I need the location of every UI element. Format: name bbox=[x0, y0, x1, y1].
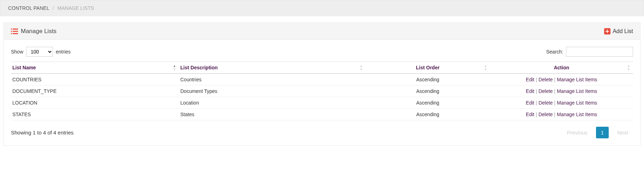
action-separator: | bbox=[553, 88, 557, 94]
panel-heading: Manage Lists Add List bbox=[4, 23, 640, 40]
cell-list-order: Ascending bbox=[366, 74, 490, 86]
action-separator: | bbox=[553, 112, 557, 117]
cell-action: Edit|Delete|Manage List Items bbox=[490, 109, 633, 120]
search-label: Search: bbox=[546, 49, 563, 55]
action-separator: | bbox=[534, 100, 538, 106]
col-list-description-label: List Description bbox=[180, 65, 218, 70]
action-separator: | bbox=[534, 77, 538, 82]
col-list-description[interactable]: List Description ▲▼ bbox=[179, 62, 366, 74]
sort-icon: ▲▼ bbox=[173, 64, 176, 71]
action-separator: | bbox=[553, 77, 557, 82]
filter-control: Search: bbox=[546, 47, 633, 57]
panel-title: Manage Lists bbox=[21, 28, 56, 35]
svg-rect-3 bbox=[13, 31, 18, 32]
action-delete[interactable]: Delete bbox=[538, 100, 553, 106]
cell-list-description: States bbox=[179, 109, 366, 120]
datatable-info: Showing 1 to 4 of 4 entries bbox=[11, 130, 74, 136]
action-separator: | bbox=[553, 100, 557, 106]
action-manage-list-items[interactable]: Manage List Items bbox=[557, 77, 597, 82]
cell-list-name: STATES bbox=[11, 109, 179, 120]
action-edit[interactable]: Edit bbox=[526, 112, 534, 117]
table-row: STATESStatesAscendingEdit|Delete|Manage … bbox=[11, 109, 633, 120]
cell-action: Edit|Delete|Manage List Items bbox=[490, 97, 633, 109]
svg-rect-1 bbox=[13, 29, 18, 30]
add-list-button[interactable]: Add List bbox=[604, 28, 633, 34]
action-manage-list-items[interactable]: Manage List Items bbox=[557, 100, 597, 106]
col-action-label: Action bbox=[554, 65, 569, 70]
add-list-label: Add List bbox=[613, 28, 633, 34]
manage-lists-panel: Manage Lists Add List Show 100 bbox=[4, 23, 640, 146]
action-delete[interactable]: Delete bbox=[538, 77, 553, 82]
action-delete[interactable]: Delete bbox=[538, 88, 553, 94]
breadcrumb: CONTROL PANEL / MANAGE LISTS bbox=[0, 0, 644, 16]
cell-list-description: Countries bbox=[179, 74, 366, 86]
length-show-label: Show bbox=[11, 49, 23, 55]
svg-rect-5 bbox=[13, 33, 18, 34]
action-separator: | bbox=[534, 112, 538, 117]
cell-list-name: DOCUMENT_TYPE bbox=[11, 86, 179, 97]
action-separator: | bbox=[534, 88, 538, 94]
search-input[interactable] bbox=[566, 47, 633, 57]
cell-action: Edit|Delete|Manage List Items bbox=[490, 86, 633, 97]
action-manage-list-items[interactable]: Manage List Items bbox=[557, 88, 597, 94]
cell-list-description: Location bbox=[179, 97, 366, 109]
pagination-page-1[interactable]: 1 bbox=[596, 127, 609, 138]
plus-square-icon bbox=[604, 28, 610, 34]
pagination-next[interactable]: Next bbox=[612, 127, 633, 138]
action-edit[interactable]: Edit bbox=[526, 88, 534, 94]
col-list-order[interactable]: List Order ▲▼ bbox=[366, 62, 490, 74]
svg-rect-8 bbox=[606, 31, 609, 32]
length-control: Show 100 entries bbox=[11, 47, 71, 57]
action-delete[interactable]: Delete bbox=[538, 112, 553, 117]
datatable-controls-top: Show 100 entries Search: bbox=[11, 47, 633, 62]
svg-rect-4 bbox=[11, 33, 12, 34]
length-entries-label: entries bbox=[56, 49, 71, 55]
sort-icon: ▲▼ bbox=[360, 64, 363, 71]
cell-list-order: Ascending bbox=[366, 97, 490, 109]
col-list-name-label: List Name bbox=[12, 65, 36, 70]
sort-icon: ▲▼ bbox=[627, 64, 630, 71]
breadcrumb-separator: / bbox=[53, 5, 54, 11]
action-edit[interactable]: Edit bbox=[526, 100, 534, 106]
svg-rect-2 bbox=[11, 31, 12, 32]
table-row: COUNTRIESCountriesAscendingEdit|Delete|M… bbox=[11, 74, 633, 86]
data-table: List Name ▲▼ List Description ▲▼ bbox=[11, 62, 633, 120]
table-row: LOCATIONLocationAscendingEdit|Delete|Man… bbox=[11, 97, 633, 109]
cell-list-description: Document Types bbox=[179, 86, 366, 97]
cell-list-name: LOCATION bbox=[11, 97, 179, 109]
cell-list-name: COUNTRIES bbox=[11, 74, 179, 86]
col-list-order-label: List Order bbox=[416, 65, 440, 70]
pagination-previous[interactable]: Previous bbox=[562, 127, 592, 138]
action-edit[interactable]: Edit bbox=[526, 77, 534, 82]
length-select[interactable]: 100 bbox=[26, 47, 53, 57]
cell-list-order: Ascending bbox=[366, 86, 490, 97]
cell-list-order: Ascending bbox=[366, 109, 490, 120]
cell-action: Edit|Delete|Manage List Items bbox=[490, 74, 633, 86]
svg-rect-0 bbox=[11, 29, 12, 30]
panel-body: Show 100 entries Search: List Name bbox=[4, 40, 640, 145]
list-icon bbox=[11, 28, 18, 34]
col-action[interactable]: Action ▲▼ bbox=[490, 62, 633, 74]
breadcrumb-current: MANAGE LISTS bbox=[58, 5, 94, 11]
sort-icon: ▲▼ bbox=[484, 64, 487, 71]
table-row: DOCUMENT_TYPEDocument TypesAscendingEdit… bbox=[11, 86, 633, 97]
breadcrumb-root[interactable]: CONTROL PANEL bbox=[8, 5, 49, 11]
datatable-controls-bottom: Showing 1 to 4 of 4 entries Previous 1 N… bbox=[11, 120, 633, 138]
col-list-name[interactable]: List Name ▲▼ bbox=[11, 62, 179, 74]
pagination: Previous 1 Next bbox=[562, 127, 633, 138]
action-manage-list-items[interactable]: Manage List Items bbox=[557, 112, 597, 117]
